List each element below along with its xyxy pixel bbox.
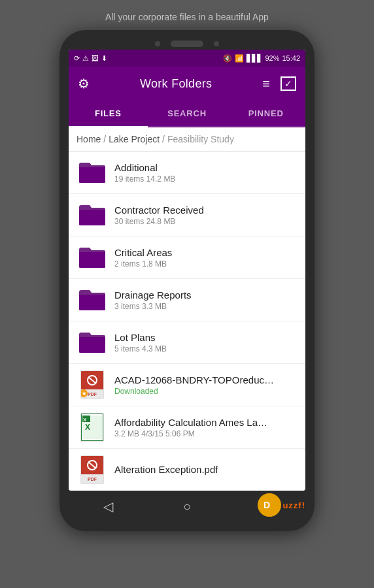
breadcrumb: Home / Lake Project / Feasibility Study [69, 127, 305, 152]
file-excel-icon-wrap: X X [78, 413, 107, 442]
folder-item-contractor[interactable]: Contractor Received 30 items 24.8 MB [69, 194, 305, 237]
sort-icon[interactable]: ≡ [262, 76, 270, 91]
folder-meta-3: 2 items 1.8 MB [114, 259, 296, 269]
nav-recent-button[interactable]: □ [253, 499, 279, 514]
folder-name-2: Contractor Received [114, 204, 296, 216]
pdf2-file-icon [86, 459, 99, 471]
breadcrumb-home[interactable]: Home [76, 134, 101, 144]
breadcrumb-sep-2: / [162, 134, 165, 144]
folder-svg-icon-3 [78, 246, 107, 269]
tab-search[interactable]: SEARCH [148, 101, 227, 126]
phone-camera-area [69, 39, 305, 50]
phone-screen: ⟳ ⚠ 🖼 ⬇ 🔇 📶 ▋▋▋ 92% 15:42 ⚙ Work Folders… [69, 50, 305, 491]
file-item-alteration[interactable]: PDF Alteration Exception.pdf [69, 449, 305, 491]
folder-name-3: Critical Areas [114, 247, 296, 258]
folder-icon-wrap-2 [78, 201, 107, 229]
file-item-affordability[interactable]: X X Affordability Calculation Ames La… 3… [69, 406, 305, 449]
phone-bottom-nav: ◁ ○ □ [69, 492, 305, 519]
rotate-icon: ⟳ [74, 54, 80, 63]
folder-name-4: Drainage Reports [114, 289, 296, 301]
app-bar-actions: ≡ ✓ [262, 76, 296, 91]
promo-text: All your corporate files in a beautiful … [105, 12, 269, 22]
download-icon: ⬇ [101, 54, 107, 63]
breadcrumb-current: Feasibility Study [167, 134, 234, 144]
file-pdf-icon-wrap: PDF ★ [78, 370, 107, 399]
file-info-alteration: Alteration Exception.pdf [114, 464, 296, 476]
tab-files[interactable]: FILES [69, 101, 148, 126]
folder-item-lot-plans[interactable]: Lot Plans 5 items 4.3 MB [69, 321, 305, 364]
svg-line-1 [88, 377, 96, 384]
battery-text: 92% [265, 54, 279, 62]
signal-icon: ▋▋▋ [246, 54, 262, 63]
folder-info-2: Contractor Received 30 items 24.8 MB [114, 204, 296, 226]
wifi-icon: 📶 [235, 54, 244, 63]
settings-icon[interactable]: ⚙ [78, 76, 90, 91]
check-icon[interactable]: ✓ [280, 76, 296, 91]
breadcrumb-sep-1: / [103, 134, 106, 144]
camera-dot [155, 41, 160, 46]
folder-icon-wrap [78, 158, 107, 187]
tabs-bar: FILES SEARCH PINNED [69, 101, 305, 127]
image-icon: 🖼 [92, 54, 99, 62]
folder-meta-4: 3 items 3.3 MB [114, 302, 296, 311]
svg-line-8 [88, 462, 96, 468]
file-name-affordability: Affordability Calculation Ames La… [114, 417, 296, 428]
svg-text:X: X [83, 417, 87, 423]
breadcrumb-lake-project[interactable]: Lake Project [109, 134, 160, 144]
tab-pinned[interactable]: PINNED [226, 101, 305, 126]
time-display: 15:42 [282, 54, 300, 62]
folder-info-4: Drainage Reports 3 items 3.3 MB [114, 289, 296, 311]
folder-meta: 19 items 14.2 MB [114, 174, 296, 184]
app-bar-title: Work Folders [140, 77, 212, 91]
folder-item-critical[interactable]: Critical Areas 2 items 1.8 MB [69, 237, 305, 279]
folder-svg-icon-2 [78, 203, 107, 227]
nav-back-button[interactable]: ◁ [95, 498, 121, 514]
pdf-file-icon [86, 374, 99, 386]
folder-svg-icon-4 [78, 288, 107, 312]
file-meta-acad: Downloaded [114, 387, 296, 396]
file-info-acad: ACAD-12068-BNDRY-TOPOreduc… Downloaded [114, 374, 296, 396]
file-list: Additional 19 items 14.2 MB Contractor R… [69, 152, 305, 491]
status-right-icons: 🔇 📶 ▋▋▋ 92% 15:42 [223, 54, 300, 63]
camera-dot-2 [214, 41, 219, 46]
file-pdf2-icon-wrap: PDF [78, 455, 107, 484]
folder-item-additional[interactable]: Additional 19 items 14.2 MB [69, 152, 305, 194]
mute-icon: 🔇 [223, 54, 232, 63]
status-left-icons: ⟳ ⚠ 🖼 ⬇ [74, 54, 107, 63]
nav-home-button[interactable]: ○ [174, 499, 200, 514]
svg-text:X: X [85, 423, 90, 432]
folder-meta-5: 5 items 4.3 MB [114, 344, 296, 353]
warning-icon: ⚠ [82, 54, 89, 63]
file-info-affordability: Affordability Calculation Ames La… 3.2 M… [114, 417, 296, 438]
folder-info-3: Critical Areas 2 items 1.8 MB [114, 247, 296, 269]
file-item-acad[interactable]: PDF ★ ACAD-12068-BNDRY-TOPOreduc… Downlo… [69, 364, 305, 406]
excel-file-icon: X X [82, 416, 102, 439]
folder-item-drainage[interactable]: Drainage Reports 3 items 3.3 MB [69, 279, 305, 321]
folder-name-5: Lot Plans [114, 332, 296, 343]
app-bar: ⚙ Work Folders ≡ ✓ [69, 67, 305, 101]
file-meta-affordability: 3.2 MB 4/3/15 5:06 PM [114, 429, 296, 438]
file-name-acad: ACAD-12068-BNDRY-TOPOreduc… [114, 374, 296, 385]
file-name-alteration: Alteration Exception.pdf [114, 464, 296, 475]
folder-svg-icon-5 [78, 331, 107, 354]
folder-icon-wrap-5 [78, 328, 107, 357]
folder-info: Additional 19 items 14.2 MB [114, 162, 296, 184]
folder-icon-wrap-4 [78, 286, 107, 314]
folder-info-5: Lot Plans 5 items 4.3 MB [114, 332, 296, 353]
folder-meta-2: 30 items 24.8 MB [114, 217, 296, 226]
speaker-grille [171, 41, 203, 47]
folder-svg-icon [78, 161, 107, 184]
folder-icon-wrap-3 [78, 243, 107, 272]
status-bar: ⟳ ⚠ 🖼 ⬇ 🔇 📶 ▋▋▋ 92% 15:42 [69, 50, 305, 67]
phone-device: ⟳ ⚠ 🖼 ⬇ 🔇 📶 ▋▋▋ 92% 15:42 ⚙ Work Folders… [60, 30, 314, 531]
folder-name: Additional [114, 162, 296, 173]
